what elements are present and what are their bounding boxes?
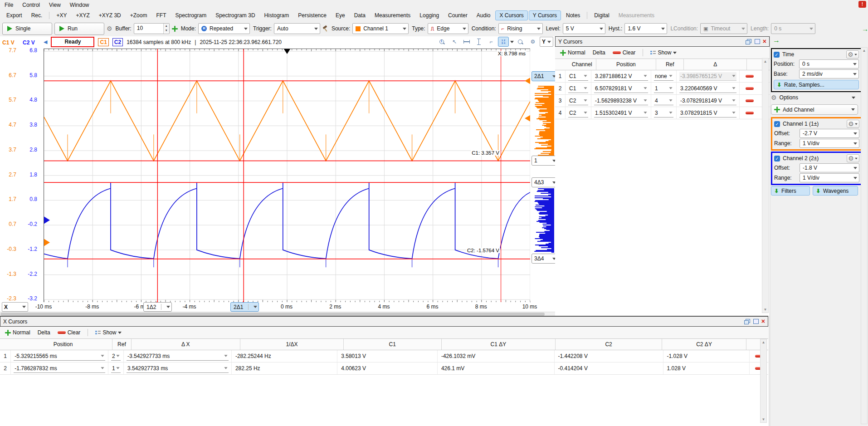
ref-select[interactable]: 4 xyxy=(654,97,673,105)
tab-notes[interactable]: Notes xyxy=(562,10,584,20)
add-normal-cursor-button[interactable]: Normal xyxy=(3,328,33,337)
remove-cursor-button[interactable] xyxy=(746,99,754,102)
tab-rec[interactable]: Rec. xyxy=(27,10,47,20)
ref-select[interactable]: 2 xyxy=(111,352,121,361)
condition-select[interactable]: ⌐ Rising xyxy=(498,23,543,34)
tab-spectrogram[interactable]: Spectrogram xyxy=(171,10,210,20)
restore-icon[interactable] xyxy=(744,319,750,324)
sidebar-scrollbar[interactable]: ▲ xyxy=(861,47,868,424)
plot-settings-gear-icon[interactable]: ⚙ xyxy=(527,37,538,47)
trigger-select[interactable]: Auto xyxy=(274,23,320,34)
delta-input[interactable]: -3.0782918149 V xyxy=(679,97,736,105)
buffer-spinner[interactable]: 10 ▲▼ xyxy=(134,23,170,34)
position-input[interactable]: 1.515302491 V xyxy=(594,109,648,118)
alert-icon[interactable]: ! xyxy=(858,1,866,8)
tab-data[interactable]: Data xyxy=(350,10,370,20)
spin-buttons[interactable]: ▲▼ xyxy=(163,24,169,34)
channel1-gear-icon[interactable]: ⚙ xyxy=(847,120,859,128)
maximize-icon[interactable] xyxy=(753,319,759,324)
y-cursor-2-handle[interactable]: 2Δ1 xyxy=(532,71,558,81)
run-button[interactable]: Run xyxy=(54,23,104,35)
channel2-offset-select[interactable]: -1.8 V xyxy=(800,163,859,172)
tab-logging[interactable]: Logging xyxy=(415,10,443,20)
x-cursors-scrollbar[interactable]: ▲▼ xyxy=(760,339,767,423)
buffer-gear-icon[interactable]: ⚙ xyxy=(107,25,112,32)
wavegens-button[interactable]: ⬇ Wavegens xyxy=(813,186,858,196)
channel2-checkbox[interactable]: ✓ xyxy=(774,156,780,162)
add-delta-cursor-button[interactable]: Delta xyxy=(590,49,608,57)
hyst-select[interactable]: 1.6 V xyxy=(624,23,667,34)
menu-view[interactable]: View xyxy=(44,0,65,10)
ref-select[interactable]: 1 xyxy=(111,364,121,373)
corner-measure-icon[interactable]: ⌐ xyxy=(486,37,497,47)
single-button[interactable]: Single xyxy=(2,23,52,35)
level-select[interactable]: 5 V xyxy=(563,23,605,34)
tab-spectrogram3d[interactable]: Spectrogram 3D xyxy=(211,10,259,20)
channel1-range-select[interactable]: 1 V/div xyxy=(800,139,859,148)
quad-view-icon[interactable]: 1 23 4 xyxy=(498,37,509,47)
show-menu-button[interactable]: Show xyxy=(93,328,124,337)
waveform-plot[interactable]: X: 8.798 ms C1: 3.357 V C2: -1.5764 V xyxy=(44,49,531,303)
tab-eye[interactable]: Eye xyxy=(332,10,349,20)
zoom-one-icon[interactable]: 1 xyxy=(437,37,448,47)
add-channel-button[interactable]: Add Channel xyxy=(771,104,858,115)
delta-input[interactable]: 3.078291815 V xyxy=(679,109,736,118)
ref-select[interactable]: 3 xyxy=(654,109,673,118)
tab-zoom[interactable]: +Zoom xyxy=(126,10,151,20)
channel-select[interactable]: C2 xyxy=(568,97,588,105)
tab-persistence[interactable]: Persistence xyxy=(294,10,331,20)
sidebar-collapse-arrow[interactable]: → xyxy=(773,36,780,44)
y-cursors-scrollbar[interactable]: ▲▼ xyxy=(762,58,769,313)
y-cursor-4-handle[interactable]: 4Δ3 xyxy=(532,177,558,187)
tab-y-cursors[interactable]: Y Cursors xyxy=(529,10,561,20)
remove-cursor-button[interactable] xyxy=(746,87,754,90)
x-cursors-title-bar[interactable]: X Cursors × xyxy=(0,316,768,327)
channel1-checkbox[interactable]: ✓ xyxy=(774,121,780,127)
tab-export[interactable]: Export xyxy=(2,10,26,20)
channel2-gear-icon[interactable]: ⚙ xyxy=(847,154,859,162)
time-position-select[interactable]: 0 s xyxy=(799,59,859,69)
show-menu-button[interactable]: Show xyxy=(648,49,679,57)
type-select[interactable]: ⎍ Edge xyxy=(428,23,468,34)
add-delta-cursor-button[interactable]: Delta xyxy=(35,328,53,337)
y-cursor-3-handle[interactable]: 3Δ4 xyxy=(532,254,558,264)
channel-select[interactable]: C1 xyxy=(568,84,588,93)
c2-badge[interactable]: C2 xyxy=(112,38,123,46)
time-checkbox[interactable]: ✓ xyxy=(774,52,780,58)
x-cursor-2-handle[interactable]: 2Δ1 xyxy=(230,302,259,312)
rate-samples-button[interactable]: ⬇ Rate, Samples... xyxy=(774,80,859,89)
tab-fft[interactable]: FFT xyxy=(152,10,170,20)
menu-control[interactable]: Control xyxy=(18,0,44,10)
tab-digital[interactable]: Digital xyxy=(590,10,613,20)
clear-cursors-button[interactable]: Clear xyxy=(55,328,83,337)
back-icon[interactable]: ◀ xyxy=(44,39,47,45)
time-gear-icon[interactable]: ⚙ xyxy=(846,50,859,59)
y-cursor-1-handle[interactable]: 1 xyxy=(532,156,558,166)
tab-xy[interactable]: +XY xyxy=(52,10,71,20)
tab-measurements[interactable]: Measurements xyxy=(371,10,414,20)
tab-xyz3d[interactable]: +XYZ 3D xyxy=(95,10,125,20)
pointer-measure-icon[interactable]: ↖ xyxy=(449,37,460,47)
add-mode-icon[interactable] xyxy=(172,26,178,32)
source-select[interactable]: Channel 1 xyxy=(352,23,409,34)
menu-window[interactable]: Window xyxy=(65,0,94,10)
filters-button[interactable]: ⬇ Filters xyxy=(771,186,810,196)
delta-input[interactable]: 3.220640569 V xyxy=(679,84,736,93)
position-input[interactable]: -5.329215565 ms xyxy=(14,352,105,361)
tab-counter[interactable]: Counter xyxy=(444,10,472,20)
position-input[interactable]: 3.287188612 V xyxy=(594,72,648,81)
vertical-measure-icon[interactable] xyxy=(473,37,484,47)
channel-select[interactable]: C1 xyxy=(568,72,588,81)
ref-select[interactable]: 1 xyxy=(654,84,673,93)
x-cursor-1-handle[interactable]: 1Δ2 xyxy=(143,302,172,312)
restore-icon[interactable] xyxy=(746,39,751,44)
plot-tools-caret[interactable] xyxy=(510,41,514,43)
zoom-options-icon[interactable] xyxy=(515,37,526,47)
menu-file[interactable]: File xyxy=(0,0,18,10)
tab-x-cursors[interactable]: X Cursors xyxy=(495,10,527,20)
remove-cursor-button[interactable] xyxy=(746,112,754,114)
c1-badge[interactable]: C1 xyxy=(98,38,108,46)
tab-xyz[interactable]: +XYZ xyxy=(72,10,93,20)
mode-select[interactable]: R Repeated xyxy=(198,23,250,34)
trigger-tool-icon[interactable] xyxy=(322,26,328,32)
